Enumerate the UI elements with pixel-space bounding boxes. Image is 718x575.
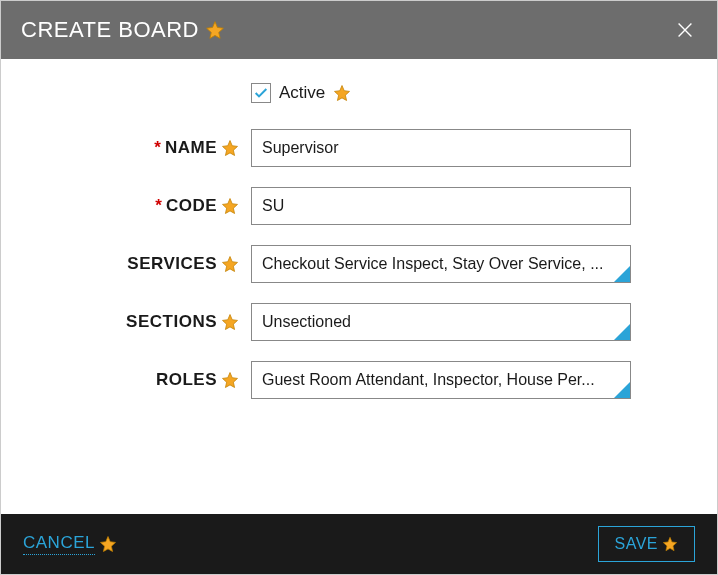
required-mark: *	[155, 196, 162, 216]
name-field-col	[251, 129, 631, 167]
active-label: Active	[279, 83, 325, 103]
code-label: CODE	[166, 196, 217, 216]
star-icon	[662, 536, 678, 552]
roles-label-col: ROLES	[51, 370, 251, 390]
roles-value: Guest Room Attendant, Inspector, House P…	[262, 371, 620, 389]
sections-dropdown[interactable]: Unsectioned	[251, 303, 631, 341]
code-label-col: *CODE	[51, 196, 251, 216]
dialog-title: CREATE BOARD	[21, 17, 199, 43]
code-row: *CODE	[51, 187, 667, 225]
services-field-col: Checkout Service Inspect, Stay Over Serv…	[251, 245, 631, 283]
code-field-col	[251, 187, 631, 225]
dialog-footer: CANCEL SAVE	[1, 514, 717, 574]
cancel-button[interactable]: CANCEL	[23, 533, 95, 555]
star-icon	[333, 84, 351, 102]
star-icon	[205, 20, 225, 40]
services-label: SERVICES	[127, 254, 217, 274]
save-wrap[interactable]: SAVE	[598, 526, 696, 562]
active-checkbox[interactable]	[251, 83, 271, 103]
star-icon	[221, 371, 239, 389]
sections-value: Unsectioned	[262, 313, 620, 331]
sections-row: SECTIONS Unsectioned	[51, 303, 667, 341]
services-row: SERVICES Checkout Service Inspect, Stay …	[51, 245, 667, 283]
services-value: Checkout Service Inspect, Stay Over Serv…	[262, 255, 620, 273]
required-mark: *	[154, 138, 161, 158]
roles-row: ROLES Guest Room Attendant, Inspector, H…	[51, 361, 667, 399]
sections-label-col: SECTIONS	[51, 312, 251, 332]
save-button[interactable]: SAVE	[615, 535, 659, 553]
code-input[interactable]	[251, 187, 631, 225]
star-icon	[221, 197, 239, 215]
star-icon	[221, 255, 239, 273]
name-label: NAME	[165, 138, 217, 158]
roles-field-col: Guest Room Attendant, Inspector, House P…	[251, 361, 631, 399]
star-icon	[221, 139, 239, 157]
active-checkbox-wrap: Active	[251, 83, 631, 103]
services-dropdown[interactable]: Checkout Service Inspect, Stay Over Serv…	[251, 245, 631, 283]
name-input[interactable]	[251, 129, 631, 167]
name-label-col: *NAME	[51, 138, 251, 158]
close-button[interactable]	[673, 18, 697, 42]
create-board-dialog: CREATE BOARD Active	[0, 0, 718, 575]
star-icon	[99, 535, 117, 553]
cancel-wrap[interactable]: CANCEL	[23, 533, 117, 555]
services-label-col: SERVICES	[51, 254, 251, 274]
roles-label: ROLES	[156, 370, 217, 390]
dialog-title-wrap: CREATE BOARD	[21, 17, 225, 43]
star-icon	[221, 313, 239, 331]
dialog-body: Active *NAME *CODE	[1, 59, 717, 514]
sections-field-col: Unsectioned	[251, 303, 631, 341]
active-row: Active	[51, 83, 667, 103]
dialog-header: CREATE BOARD	[1, 1, 717, 59]
name-row: *NAME	[51, 129, 667, 167]
active-field-col: Active	[251, 83, 631, 103]
roles-dropdown[interactable]: Guest Room Attendant, Inspector, House P…	[251, 361, 631, 399]
sections-label: SECTIONS	[126, 312, 217, 332]
